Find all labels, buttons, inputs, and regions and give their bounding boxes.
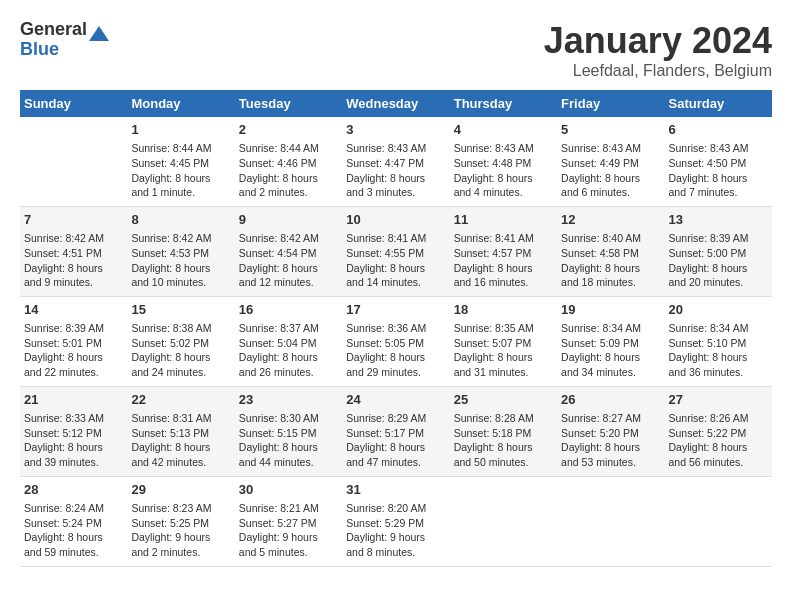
calendar-cell: 10Sunrise: 8:41 AM Sunset: 4:55 PM Dayli… [342,206,449,296]
calendar-cell: 6Sunrise: 8:43 AM Sunset: 4:50 PM Daylig… [665,117,772,206]
day-info: Sunrise: 8:44 AM Sunset: 4:46 PM Dayligh… [239,141,338,200]
day-number: 1 [131,121,230,139]
day-info: Sunrise: 8:33 AM Sunset: 5:12 PM Dayligh… [24,411,123,470]
calendar-cell: 8Sunrise: 8:42 AM Sunset: 4:53 PM Daylig… [127,206,234,296]
calendar-cell: 5Sunrise: 8:43 AM Sunset: 4:49 PM Daylig… [557,117,664,206]
day-number: 20 [669,301,768,319]
day-info: Sunrise: 8:35 AM Sunset: 5:07 PM Dayligh… [454,321,553,380]
day-number: 12 [561,211,660,229]
calendar-cell: 17Sunrise: 8:36 AM Sunset: 5:05 PM Dayli… [342,296,449,386]
logo-icon [89,26,109,46]
day-info: Sunrise: 8:34 AM Sunset: 5:10 PM Dayligh… [669,321,768,380]
weekday-header-sunday: Sunday [20,90,127,117]
day-number: 27 [669,391,768,409]
day-info: Sunrise: 8:39 AM Sunset: 5:01 PM Dayligh… [24,321,123,380]
day-info: Sunrise: 8:38 AM Sunset: 5:02 PM Dayligh… [131,321,230,380]
day-number: 6 [669,121,768,139]
day-number: 13 [669,211,768,229]
day-info: Sunrise: 8:43 AM Sunset: 4:50 PM Dayligh… [669,141,768,200]
calendar-cell: 14Sunrise: 8:39 AM Sunset: 5:01 PM Dayli… [20,296,127,386]
calendar-table: SundayMondayTuesdayWednesdayThursdayFrid… [20,90,772,567]
calendar-cell [665,476,772,566]
weekday-header-row: SundayMondayTuesdayWednesdayThursdayFrid… [20,90,772,117]
calendar-cell: 22Sunrise: 8:31 AM Sunset: 5:13 PM Dayli… [127,386,234,476]
weekday-header-friday: Friday [557,90,664,117]
logo: General Blue [20,20,109,60]
svg-marker-0 [89,26,109,41]
day-number: 26 [561,391,660,409]
calendar-cell [20,117,127,206]
day-number: 24 [346,391,445,409]
calendar-cell [557,476,664,566]
calendar-cell: 24Sunrise: 8:29 AM Sunset: 5:17 PM Dayli… [342,386,449,476]
calendar-cell: 12Sunrise: 8:40 AM Sunset: 4:58 PM Dayli… [557,206,664,296]
day-info: Sunrise: 8:40 AM Sunset: 4:58 PM Dayligh… [561,231,660,290]
day-info: Sunrise: 8:43 AM Sunset: 4:47 PM Dayligh… [346,141,445,200]
day-info: Sunrise: 8:34 AM Sunset: 5:09 PM Dayligh… [561,321,660,380]
day-number: 29 [131,481,230,499]
day-number: 11 [454,211,553,229]
day-info: Sunrise: 8:41 AM Sunset: 4:57 PM Dayligh… [454,231,553,290]
day-info: Sunrise: 8:42 AM Sunset: 4:51 PM Dayligh… [24,231,123,290]
month-title: January 2024 [544,20,772,62]
calendar-cell: 19Sunrise: 8:34 AM Sunset: 5:09 PM Dayli… [557,296,664,386]
day-info: Sunrise: 8:43 AM Sunset: 4:49 PM Dayligh… [561,141,660,200]
day-number: 3 [346,121,445,139]
calendar-cell: 4Sunrise: 8:43 AM Sunset: 4:48 PM Daylig… [450,117,557,206]
day-number: 28 [24,481,123,499]
calendar-cell: 27Sunrise: 8:26 AM Sunset: 5:22 PM Dayli… [665,386,772,476]
weekday-header-tuesday: Tuesday [235,90,342,117]
day-number: 16 [239,301,338,319]
day-info: Sunrise: 8:21 AM Sunset: 5:27 PM Dayligh… [239,501,338,560]
calendar-cell: 28Sunrise: 8:24 AM Sunset: 5:24 PM Dayli… [20,476,127,566]
weekday-header-wednesday: Wednesday [342,90,449,117]
location-subtitle: Leefdaal, Flanders, Belgium [544,62,772,80]
day-number: 25 [454,391,553,409]
calendar-cell: 31Sunrise: 8:20 AM Sunset: 5:29 PM Dayli… [342,476,449,566]
day-number: 10 [346,211,445,229]
day-number: 17 [346,301,445,319]
logo-general-text: General [20,20,87,40]
day-info: Sunrise: 8:37 AM Sunset: 5:04 PM Dayligh… [239,321,338,380]
day-number: 5 [561,121,660,139]
title-block: January 2024 Leefdaal, Flanders, Belgium [544,20,772,80]
calendar-cell: 9Sunrise: 8:42 AM Sunset: 4:54 PM Daylig… [235,206,342,296]
calendar-cell: 11Sunrise: 8:41 AM Sunset: 4:57 PM Dayli… [450,206,557,296]
day-number: 23 [239,391,338,409]
day-info: Sunrise: 8:36 AM Sunset: 5:05 PM Dayligh… [346,321,445,380]
day-info: Sunrise: 8:39 AM Sunset: 5:00 PM Dayligh… [669,231,768,290]
calendar-cell: 15Sunrise: 8:38 AM Sunset: 5:02 PM Dayli… [127,296,234,386]
calendar-cell: 30Sunrise: 8:21 AM Sunset: 5:27 PM Dayli… [235,476,342,566]
calendar-week-row: 14Sunrise: 8:39 AM Sunset: 5:01 PM Dayli… [20,296,772,386]
calendar-cell: 18Sunrise: 8:35 AM Sunset: 5:07 PM Dayli… [450,296,557,386]
day-info: Sunrise: 8:41 AM Sunset: 4:55 PM Dayligh… [346,231,445,290]
day-info: Sunrise: 8:29 AM Sunset: 5:17 PM Dayligh… [346,411,445,470]
logo-blue-text: Blue [20,40,87,60]
day-info: Sunrise: 8:43 AM Sunset: 4:48 PM Dayligh… [454,141,553,200]
calendar-cell [450,476,557,566]
day-info: Sunrise: 8:30 AM Sunset: 5:15 PM Dayligh… [239,411,338,470]
day-info: Sunrise: 8:44 AM Sunset: 4:45 PM Dayligh… [131,141,230,200]
day-info: Sunrise: 8:27 AM Sunset: 5:20 PM Dayligh… [561,411,660,470]
weekday-header-thursday: Thursday [450,90,557,117]
calendar-cell: 7Sunrise: 8:42 AM Sunset: 4:51 PM Daylig… [20,206,127,296]
day-number: 4 [454,121,553,139]
calendar-week-row: 1Sunrise: 8:44 AM Sunset: 4:45 PM Daylig… [20,117,772,206]
calendar-week-row: 28Sunrise: 8:24 AM Sunset: 5:24 PM Dayli… [20,476,772,566]
weekday-header-monday: Monday [127,90,234,117]
day-info: Sunrise: 8:24 AM Sunset: 5:24 PM Dayligh… [24,501,123,560]
day-number: 14 [24,301,123,319]
calendar-cell: 16Sunrise: 8:37 AM Sunset: 5:04 PM Dayli… [235,296,342,386]
day-number: 30 [239,481,338,499]
day-number: 2 [239,121,338,139]
calendar-cell: 23Sunrise: 8:30 AM Sunset: 5:15 PM Dayli… [235,386,342,476]
day-number: 22 [131,391,230,409]
day-number: 21 [24,391,123,409]
day-number: 8 [131,211,230,229]
day-info: Sunrise: 8:26 AM Sunset: 5:22 PM Dayligh… [669,411,768,470]
calendar-cell: 29Sunrise: 8:23 AM Sunset: 5:25 PM Dayli… [127,476,234,566]
day-info: Sunrise: 8:42 AM Sunset: 4:53 PM Dayligh… [131,231,230,290]
day-number: 31 [346,481,445,499]
day-number: 7 [24,211,123,229]
day-number: 19 [561,301,660,319]
